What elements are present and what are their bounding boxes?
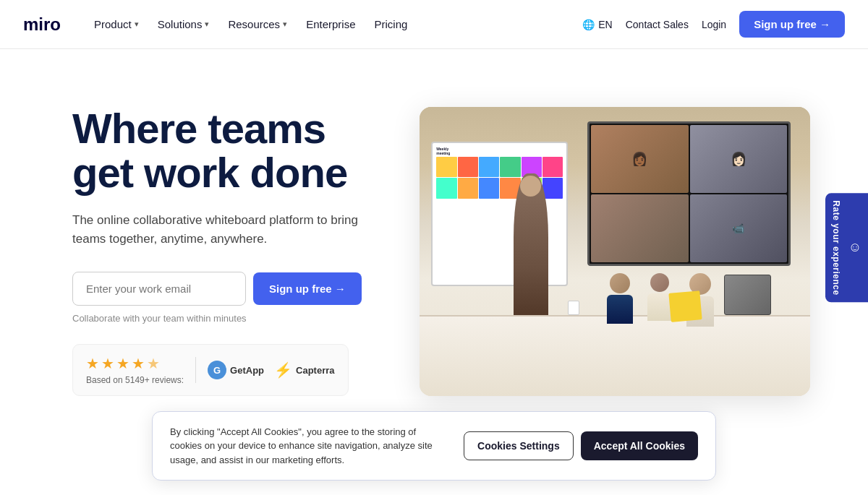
cookie-text: By clicking "Accept All Cookies", you ag… xyxy=(170,425,446,455)
globe-icon: 🌐 xyxy=(582,19,595,30)
nav-enterprise[interactable]: Enterprise xyxy=(299,14,362,35)
hero-section: Where teams get work done The online col… xyxy=(0,49,868,454)
rate-experience-sidebar[interactable]: ☺ Rate your experience xyxy=(825,193,868,302)
g2-icon: G xyxy=(208,361,226,379)
conference-table xyxy=(420,315,810,396)
hero-cta: Sign up free → xyxy=(72,272,376,306)
logo[interactable]: miro xyxy=(23,14,67,35)
smiley-icon: ☺ xyxy=(847,240,862,255)
stars: ★ ★ ★ ★ ★ xyxy=(86,355,184,372)
star-2: ★ xyxy=(101,355,114,372)
hero-title: Where teams get work done xyxy=(72,107,376,195)
nav-product[interactable]: Product ▾ xyxy=(87,14,146,35)
cookies-settings-button[interactable]: Cookies Settings xyxy=(464,431,574,454)
rate-label: Rate your experience xyxy=(831,200,841,295)
capterra-icon: ⚡ xyxy=(274,361,292,379)
tv-screen: 👩🏾 👩🏻 📹 xyxy=(587,121,791,266)
star-half: ★ xyxy=(147,355,160,372)
nav-solutions[interactable]: Solutions ▾ xyxy=(150,14,217,35)
nav-right: 🌐 EN Contact Sales Login Sign up free → xyxy=(582,11,845,38)
star-3: ★ xyxy=(116,355,129,372)
cta-signup-button[interactable]: Sign up free → xyxy=(253,272,362,305)
collab-text: Collaborate with your team within minute… xyxy=(72,313,376,324)
stars-section: ★ ★ ★ ★ ★ Based on 5149+ reviews: xyxy=(86,355,184,385)
reviews-text: Based on 5149+ reviews: xyxy=(86,375,184,385)
login-button[interactable]: Login xyxy=(702,19,726,30)
cookie-banner: By clicking "Accept All Cookies", you ag… xyxy=(152,411,716,455)
capterra-label: Capterra xyxy=(296,365,334,376)
star-4: ★ xyxy=(132,355,145,372)
nav-left: miro Product ▾ Solutions ▾ Resources ▾ E… xyxy=(23,14,414,35)
person-standing xyxy=(514,173,549,332)
capterra-badge: ⚡ Capterra xyxy=(274,361,334,379)
ratings-box: ★ ★ ★ ★ ★ Based on 5149+ reviews: G GetA… xyxy=(72,344,349,396)
nav-resources[interactable]: Resources ▾ xyxy=(221,14,294,35)
notebook xyxy=(668,290,702,322)
nav-pricing[interactable]: Pricing xyxy=(367,14,415,35)
laptop xyxy=(724,275,771,315)
hero-subtitle: The online collaborative whiteboard plat… xyxy=(72,211,376,249)
navbar: miro Product ▾ Solutions ▾ Resources ▾ E… xyxy=(0,0,868,49)
divider xyxy=(195,357,196,383)
star-1: ★ xyxy=(86,355,99,372)
accept-all-cookies-button[interactable]: Accept All Cookies xyxy=(581,431,698,454)
nav-links: Product ▾ Solutions ▾ Resources ▾ Enterp… xyxy=(87,14,414,35)
coffee-cup xyxy=(568,301,579,315)
hero-image: 👩🏾 👩🏻 📹 Weeklymeeting xyxy=(420,107,810,396)
cookie-actions: Cookies Settings Accept All Cookies xyxy=(464,431,698,454)
hero-left: Where teams get work done The online col… xyxy=(72,107,376,396)
chevron-down-icon: ▾ xyxy=(205,20,209,29)
chevron-down-icon: ▾ xyxy=(135,20,139,29)
svg-text:miro: miro xyxy=(23,14,61,34)
contact-sales-button[interactable]: Contact Sales xyxy=(626,19,689,30)
language-button[interactable]: 🌐 EN xyxy=(582,19,612,30)
signup-button[interactable]: Sign up free → xyxy=(739,11,845,38)
rating-badges: G GetApp ⚡ Capterra xyxy=(208,361,334,379)
email-input[interactable] xyxy=(72,272,246,306)
chevron-down-icon: ▾ xyxy=(283,20,287,29)
getapp-label: GetApp xyxy=(230,365,264,376)
getapp-badge: G GetApp xyxy=(208,361,264,379)
